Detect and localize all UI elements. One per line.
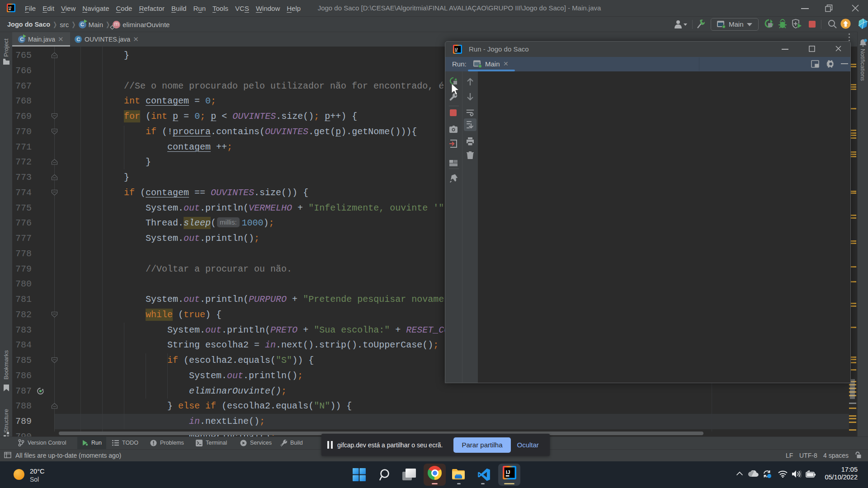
svg-text:IJ: IJ bbox=[9, 6, 11, 9]
svg-text:IJ: IJ bbox=[506, 469, 510, 475]
